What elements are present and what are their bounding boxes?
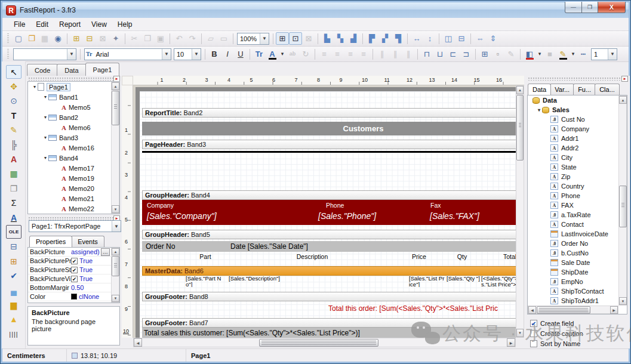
same-width-button[interactable]: ⇔ — [473, 32, 487, 45]
data-field-company[interactable]: ACompany — [528, 124, 627, 134]
tree-node-memo21[interactable]: AMemo21 — [28, 193, 119, 203]
tree-node-band1[interactable]: ▾Band1 — [28, 92, 119, 102]
data-field-memo[interactable]: [Sales."FAX"] — [430, 211, 479, 221]
column-caption-memo[interactable]: Company — [147, 202, 174, 209]
new-report-page-button[interactable]: ⊞ — [70, 32, 83, 45]
object-select[interactable]: ▼ — [13, 48, 76, 60]
data-field-memo[interactable]: [Sales."Company"] — [147, 211, 217, 221]
maximize-button[interactable]: ❐ — [582, 2, 598, 13]
report-page[interactable]: Customers CompanyPhoneFax[Sales."Company… — [136, 87, 516, 338]
frame-all-button[interactable]: ⊞ — [478, 48, 491, 60]
close-button[interactable]: X — [598, 2, 626, 13]
frame-top-button[interactable]: ⊓ — [420, 48, 433, 60]
font-settings-button[interactable]: Tr — [253, 48, 266, 60]
scroll-up-icon[interactable]: ▲ — [516, 86, 524, 94]
checkbox-checked-icon[interactable]: ✔ — [71, 258, 78, 264]
font-color-dropdown-button[interactable]: ▾ — [279, 48, 286, 60]
group-header-band5-row[interactable]: Order No Date [Sales."Sale Date"] — [142, 241, 516, 252]
tree-node-memo17[interactable]: AMemo17 — [28, 163, 119, 173]
scroll-thumb[interactable] — [259, 339, 378, 347]
data-field-country[interactable]: ACountry — [528, 181, 627, 191]
menu-edit[interactable]: Edit — [30, 19, 54, 30]
cross-tab-object-button[interactable]: ⊟ — [6, 240, 21, 254]
tab-fu[interactable]: Fu... — [573, 84, 596, 95]
expand-icon[interactable]: ▾ — [42, 155, 48, 161]
data-field-sale-date[interactable]: Sale Date — [528, 258, 627, 267]
page-canvas[interactable]: Customers CompanyPhoneFax[Sales."Company… — [140, 91, 516, 338]
column-header-memo[interactable]: Price — [412, 253, 426, 260]
font-color-button[interactable]: A — [266, 48, 279, 60]
data-tree-hscrollbar[interactable]: ◀ ▶ — [528, 306, 618, 314]
frame-left-button[interactable]: ⊏ — [447, 48, 460, 60]
data-field-shipdate[interactable]: ShipDate — [528, 267, 627, 277]
align-rights-button[interactable]: ▟ — [347, 32, 360, 45]
scroll-thumb[interactable] — [112, 91, 119, 125]
data-field-b-custno[interactable]: .0b.CustNo — [528, 248, 627, 258]
data-field-phone[interactable]: APhone — [528, 191, 627, 200]
align-centers-button[interactable]: ▚ — [334, 32, 347, 45]
option-sort-by-name[interactable]: Sort by Name — [530, 340, 580, 347]
tree-node-data[interactable]: Data — [528, 95, 627, 105]
master-data-memo[interactable]: [<Sales."Qty">*<Sales."List Price">] — [481, 276, 516, 287]
option-create-field[interactable]: ✔Create field — [530, 320, 574, 327]
group-footer-band7-memo[interactable]: Total sales this customer: [Sum(<Sales."… — [142, 328, 516, 338]
panel-grip[interactable]: ▸ — [528, 77, 627, 81]
report-tree-vscrollbar[interactable]: ▲ ▼ — [111, 82, 119, 214]
property-row-backpicture[interactable]: BackPictureassigned)… — [28, 248, 119, 257]
align-middles-button[interactable]: ▞ — [378, 32, 392, 45]
format-painter-tool-button[interactable]: ✎ — [6, 124, 21, 137]
menu-file[interactable]: File — [8, 19, 30, 30]
property-row-backpicturest[interactable]: BackPictureSt✔True — [28, 266, 119, 274]
ellipsis-button[interactable]: … — [101, 248, 110, 256]
band-header-band5[interactable]: GroupHeader:Band5 — [142, 230, 516, 239]
center-vertically-in-band-button[interactable]: ⊟ — [455, 32, 468, 45]
chevron-down-icon[interactable]: ▼ — [260, 33, 269, 44]
checkbox-object-button[interactable]: ✔ — [6, 269, 21, 283]
tree-node-sales[interactable]: ▾Sales — [528, 105, 627, 115]
group-footer-band8-memo[interactable]: Total this order: [Sum(<Sales."Qty">*<Sa… — [328, 304, 498, 313]
menu-view[interactable]: View — [86, 19, 112, 30]
band-header-band3[interactable]: PageHeader:Band3 — [142, 140, 516, 149]
line-color-dropdown-button[interactable]: ▾ — [570, 48, 577, 60]
align-to-grid-button[interactable]: ⊡ — [289, 32, 302, 45]
subreport-object-button[interactable]: ❐ — [6, 181, 21, 195]
font-name-select[interactable]: TrArial▼ — [84, 48, 171, 60]
column-header-memo[interactable]: Qty — [457, 253, 467, 260]
scroll-up-icon[interactable]: ▲ — [112, 82, 119, 90]
tree-node-memo19[interactable]: AMemo19 — [28, 173, 119, 183]
checkbox-checked-icon[interactable]: ✔ — [71, 267, 78, 273]
tree-node-memo5[interactable]: AMemo5 — [28, 102, 119, 112]
tab-code[interactable]: Code — [27, 64, 58, 76]
data-tree-vscrollbar[interactable]: ▲ ▼ — [618, 95, 627, 306]
data-field-memo[interactable]: [Sales."Phone"] — [318, 211, 376, 221]
menu-help[interactable]: Help — [112, 19, 138, 30]
title-bar[interactable]: R FastReport - 3.fr3 — ❐ X — [2, 2, 629, 18]
column-caption-memo[interactable]: Phone — [326, 202, 344, 209]
band-header-band2[interactable]: ReportTitle:Band2 — [142, 108, 516, 118]
chevron-down-icon[interactable]: ▼ — [608, 49, 617, 60]
expand-icon[interactable]: ▾ — [42, 94, 48, 100]
menu-report[interactable]: Report — [54, 19, 86, 30]
master-data-memo[interactable]: [Sales."Qty "] — [447, 276, 480, 287]
property-row-color[interactable]: ColorclNone — [28, 292, 119, 301]
scroll-left-icon[interactable]: ◀ — [528, 306, 536, 314]
tab-events[interactable]: Events — [71, 236, 104, 247]
band-header-band8[interactable]: GroupFooter:Band8 — [142, 292, 516, 301]
design-vscrollbar[interactable]: ▲ ▼ — [516, 85, 524, 338]
chart-object-button[interactable]: ▆ — [6, 298, 21, 311]
tab-properties[interactable]: Properties — [29, 236, 72, 247]
underline-button[interactable]: U — [234, 48, 247, 60]
band-header-band7[interactable]: GroupFooter:Band7 — [142, 318, 516, 328]
scroll-down-icon[interactable]: ▼ — [619, 297, 627, 305]
data-field-state[interactable]: AState — [528, 162, 627, 172]
property-row-backpicturevi[interactable]: BackPictureVi✔True — [28, 274, 119, 283]
minimize-button[interactable]: — — [565, 2, 582, 13]
column-header-memo[interactable]: Description — [297, 253, 328, 260]
same-height-button[interactable]: ⇕ — [487, 32, 500, 45]
column-header-memo[interactable]: Part — [199, 253, 211, 260]
design-workspace[interactable]: Customers CompanyPhoneFax[Sales."Company… — [133, 85, 516, 338]
tab-cla[interactable]: Cla... — [595, 84, 620, 95]
frame-none-button[interactable]: ▫ — [491, 48, 504, 60]
column-header-memo[interactable]: Total — [503, 253, 516, 260]
center-horizontally-in-band-button[interactable]: ◫ — [442, 32, 455, 45]
